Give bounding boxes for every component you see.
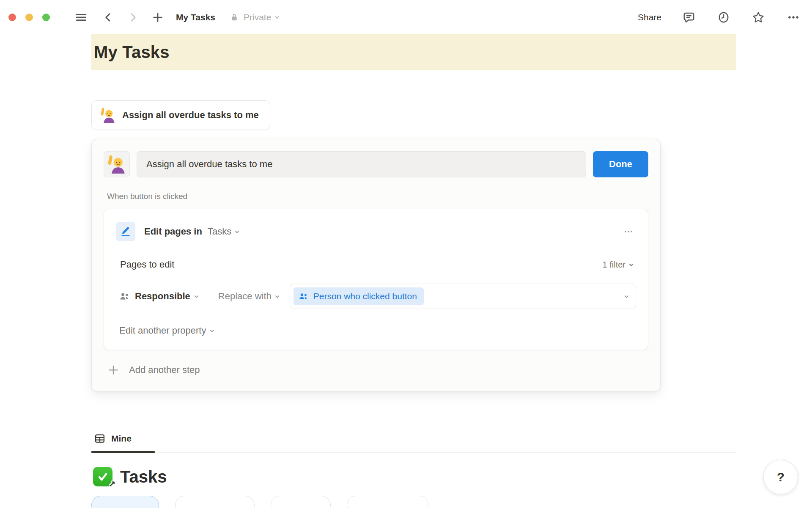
filter-pill-row: [91, 496, 736, 508]
chevron-down-icon: [625, 294, 629, 298]
woman-raising-hand-emoji-icon: [107, 155, 126, 174]
lock-icon: [230, 12, 239, 22]
edit-another-property-label: Edit another property: [119, 325, 206, 336]
add-another-step-label: Add another step: [129, 364, 200, 375]
chevron-down-icon: [275, 14, 280, 19]
button-emoji-picker[interactable]: [104, 151, 130, 177]
chevron-down-icon: [629, 262, 634, 266]
close-window-button[interactable]: [8, 14, 16, 21]
help-button[interactable]: ?: [763, 460, 798, 494]
table-view-icon: [94, 433, 106, 444]
edit-pages-step-tile: [116, 222, 135, 241]
view-tab-bar: Mine: [91, 428, 736, 453]
database-title[interactable]: Tasks: [120, 467, 167, 486]
active-tab-underline: [91, 451, 155, 453]
filter-dropdown[interactable]: 1 filter: [603, 260, 633, 270]
people-icon: [119, 291, 130, 301]
favorite-star-icon[interactable]: [750, 9, 766, 25]
trigger-label: When button is clicked: [107, 192, 648, 201]
woman-raising-hand-emoji-icon: [100, 108, 115, 123]
plus-icon: [107, 364, 120, 376]
new-page-icon[interactable]: [150, 9, 166, 25]
share-button[interactable]: Share: [638, 12, 661, 22]
people-icon: [299, 292, 309, 301]
zoom-window-button[interactable]: [42, 14, 50, 21]
filter-pill[interactable]: [175, 496, 255, 508]
page-banner: My Tasks: [91, 34, 736, 70]
done-button[interactable]: Done: [593, 151, 648, 177]
person-value-chip[interactable]: Person who clicked button: [294, 287, 424, 305]
person-value-label: Person who clicked button: [313, 291, 417, 301]
back-icon[interactable]: [101, 10, 116, 25]
value-select[interactable]: Person who clicked button: [290, 284, 636, 309]
property-name: Responsible: [135, 291, 190, 302]
linked-database-arrow-icon: ↗: [109, 479, 115, 489]
filter-count-label: 1 filter: [603, 260, 625, 270]
button-block-label: Assign all overdue tasks to me: [122, 110, 259, 121]
breadcrumb-page-title[interactable]: My Tasks: [176, 12, 215, 22]
edit-another-property-dropdown[interactable]: Edit another property: [119, 325, 636, 336]
chevron-down-icon: [275, 294, 279, 298]
step-action-label: Edit pages in: [144, 226, 202, 237]
view-tab-mine[interactable]: Mine: [91, 428, 136, 452]
green-check-database-emoji-icon: ↗: [93, 467, 112, 486]
page-title: My Tasks: [94, 43, 736, 62]
button-name-input[interactable]: [137, 151, 586, 177]
automation-button-block[interactable]: Assign all overdue tasks to me: [91, 100, 270, 130]
filter-pill[interactable]: [91, 496, 159, 508]
more-options-icon[interactable]: [785, 9, 802, 25]
comments-icon[interactable]: [681, 9, 697, 25]
minimize-window-button[interactable]: [25, 14, 33, 21]
filter-pill[interactable]: [271, 496, 331, 508]
sidebar-toggle-icon[interactable]: [73, 9, 90, 26]
window-titlebar: My Tasks Private Share: [0, 0, 812, 34]
database-dropdown[interactable]: Tasks: [208, 226, 239, 237]
chevron-down-icon: [235, 229, 239, 233]
filter-pill[interactable]: [347, 496, 428, 508]
view-tab-label: Mine: [111, 433, 132, 444]
edit-pencil-icon: [120, 226, 132, 237]
privacy-dropdown[interactable]: Private: [230, 12, 279, 22]
page-history-clock-icon[interactable]: [716, 9, 732, 25]
add-another-step-button[interactable]: Add another step: [107, 364, 648, 376]
forward-icon[interactable]: [125, 10, 140, 25]
privacy-label: Private: [244, 12, 271, 22]
operation-dropdown[interactable]: Replace with: [218, 291, 279, 302]
step-options-icon[interactable]: [621, 226, 636, 237]
automation-step-card: Edit pages in Tasks Pages to edit 1 filt…: [104, 209, 648, 350]
database-name: Tasks: [208, 226, 231, 237]
linked-database-section: Mine ↗ Tasks: [91, 428, 736, 508]
chevron-down-icon: [194, 294, 198, 298]
chevron-down-icon: [210, 328, 214, 332]
traffic-lights: [8, 14, 50, 21]
button-editor-panel: Done When button is clicked Edit pages i…: [91, 139, 661, 391]
operation-label: Replace with: [218, 291, 272, 302]
property-dropdown[interactable]: Responsible: [119, 291, 198, 302]
pages-to-edit-label: Pages to edit: [120, 259, 174, 270]
